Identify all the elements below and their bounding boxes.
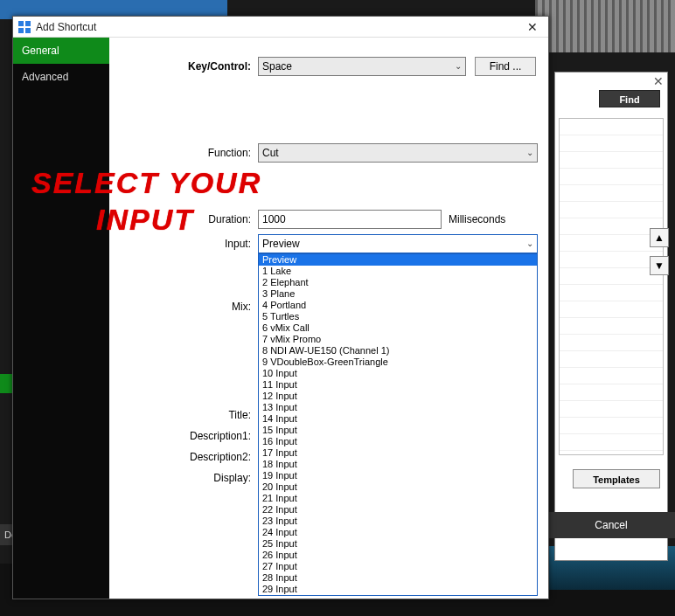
- input-option[interactable]: 14 Input: [259, 413, 537, 425]
- function-select[interactable]: Cut ⌄: [258, 143, 538, 163]
- input-selected-value: Preview: [262, 235, 300, 253]
- templates-list[interactable]: [559, 118, 664, 455]
- cancel-button[interactable]: Cancel: [538, 512, 675, 538]
- input-option[interactable]: Preview: [259, 254, 537, 266]
- function-value: Cut: [262, 144, 279, 162]
- label-input: Input:: [109, 238, 258, 250]
- duration-input[interactable]: 1000: [258, 210, 442, 229]
- label-description2: Description2:: [109, 451, 258, 463]
- find-button[interactable]: Find: [599, 90, 660, 107]
- input-option[interactable]: 6 vMix Call: [259, 322, 537, 334]
- input-option[interactable]: 7 vMix Promo: [259, 334, 537, 345]
- bg-green-accent: [0, 374, 12, 393]
- input-option[interactable]: 19 Input: [259, 470, 537, 481]
- chevron-down-icon: ⌄: [526, 144, 533, 162]
- label-title: Title:: [109, 409, 258, 421]
- input-option[interactable]: 26 Input: [259, 550, 537, 561]
- input-option[interactable]: 1 Lake: [259, 266, 537, 277]
- sidebar-tab-advanced[interactable]: Advanced: [13, 64, 109, 90]
- input-option[interactable]: 17 Input: [259, 447, 537, 459]
- input-option[interactable]: 15 Input: [259, 425, 537, 436]
- move-up-button[interactable]: ▲: [650, 228, 669, 247]
- bg-bridge-photo: [535, 0, 675, 52]
- input-select[interactable]: Preview ⌄: [258, 234, 538, 253]
- label-duration: Duration:: [109, 213, 258, 225]
- label-function: Function:: [109, 147, 258, 159]
- duration-value: 1000: [262, 211, 286, 228]
- close-icon[interactable]: ✕: [653, 74, 664, 88]
- label-mix: Mix:: [109, 301, 258, 313]
- input-option[interactable]: 11 Input: [259, 379, 537, 391]
- move-down-button[interactable]: ▼: [650, 256, 669, 275]
- input-option[interactable]: 4 Portland: [259, 300, 537, 311]
- app-icon: [18, 21, 31, 33]
- close-icon[interactable]: ✕: [522, 20, 543, 34]
- input-option[interactable]: 22 Input: [259, 504, 537, 516]
- input-dropdown[interactable]: Preview1 Lake2 Elephant3 Plane4 Portland…: [258, 253, 538, 596]
- add-shortcut-dialog: Add Shortcut ✕ General Advanced Key/Cont…: [12, 16, 549, 599]
- input-option[interactable]: 12 Input: [259, 391, 537, 402]
- sidebar: General Advanced: [13, 38, 109, 599]
- titlebar: Add Shortcut ✕: [13, 17, 548, 38]
- input-option[interactable]: 9 VDoubleBox-GreenTriangle: [259, 356, 537, 368]
- window-title: Add Shortcut: [36, 21, 96, 33]
- label-key-control: Key/Control:: [109, 60, 258, 73]
- templates-button[interactable]: Templates: [573, 469, 660, 488]
- key-control-select[interactable]: Space ⌄: [258, 57, 466, 76]
- input-option[interactable]: 24 Input: [259, 527, 537, 538]
- label-display: Display:: [109, 472, 258, 484]
- input-option[interactable]: 10 Input: [259, 368, 537, 379]
- input-option[interactable]: 3 Plane: [259, 288, 537, 300]
- input-option[interactable]: 20 Input: [259, 481, 537, 493]
- key-control-value: Space: [262, 58, 292, 75]
- chevron-down-icon: ⌄: [526, 235, 533, 253]
- input-option[interactable]: 18 Input: [259, 459, 537, 470]
- input-option[interactable]: 8 NDI AW-UE150 (Channel 1): [259, 345, 537, 356]
- secondary-panel: ✕ Find ▲ ▼ Templates Cancel: [554, 72, 668, 561]
- input-option[interactable]: 29 Input: [259, 584, 537, 595]
- label-description1: Description1:: [109, 430, 258, 442]
- input-option[interactable]: 23 Input: [259, 516, 537, 527]
- input-option[interactable]: 25 Input: [259, 538, 537, 550]
- label-milliseconds: Milliseconds: [449, 213, 505, 225]
- sidebar-tab-general[interactable]: General: [13, 38, 109, 64]
- form-area: Key/Control: Space ⌄ Find ... Function: …: [109, 38, 548, 599]
- input-option[interactable]: 27 Input: [259, 561, 537, 572]
- input-option[interactable]: 2 Elephant: [259, 277, 537, 288]
- input-option[interactable]: 16 Input: [259, 436, 537, 447]
- input-option[interactable]: 21 Input: [259, 493, 537, 504]
- input-option[interactable]: 13 Input: [259, 402, 537, 413]
- input-option[interactable]: 5 Turtles: [259, 311, 537, 322]
- find-button[interactable]: Find ...: [475, 57, 536, 76]
- input-option[interactable]: 28 Input: [259, 572, 537, 584]
- chevron-down-icon: ⌄: [455, 58, 462, 75]
